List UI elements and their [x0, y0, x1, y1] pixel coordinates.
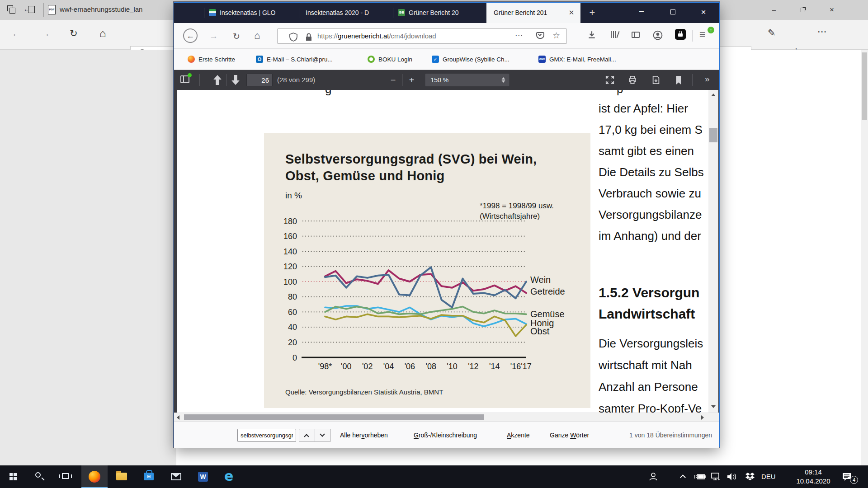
scroll-right-arrow[interactable] [701, 415, 704, 420]
bookmark-groupwise[interactable]: GroupWise (Sybille Ch... [443, 56, 509, 63]
zoom-out-button[interactable]: − [384, 75, 402, 85]
more-tools-icon[interactable]: » [705, 74, 710, 84]
new-tab-button[interactable]: + [585, 6, 600, 20]
svg-text:'10: '10 [447, 362, 457, 371]
tab-title: Grüner Bericht 201 [494, 9, 547, 16]
firefox-titlebar: Insektenatlas | GLO Insektenatlas 2020 -… [174, 3, 719, 23]
bookmark-email[interactable]: E-Mail – S.Chiari@pru... [267, 56, 333, 63]
match-case-button[interactable]: Groß-/Kleinschreibung [414, 432, 477, 439]
window-maximize-button[interactable] [659, 3, 686, 22]
taskbar-edge-button[interactable]: e [217, 465, 243, 488]
start-button[interactable] [0, 465, 26, 488]
match-diacritics-button[interactable]: Akzente [507, 432, 530, 439]
account-icon[interactable] [653, 30, 663, 40]
lock-icon[interactable] [306, 33, 312, 41]
taskbar-word-button[interactable]: W [190, 465, 216, 488]
show-hidden-icons-chevron[interactable] [680, 474, 686, 480]
firefox-window: Insektenatlas | GLO Insektenatlas 2020 -… [174, 2, 720, 447]
pocket-icon[interactable] [536, 32, 544, 39]
screen: ← PDF wwf-ernaehrungsstudie_lan – × ← → … [0, 0, 868, 488]
urlbar[interactable]: https://gruenerbericht.at/cm4/jdownload … [277, 28, 567, 44]
volume-tray-icon[interactable] [724, 465, 740, 488]
presentation-mode-icon[interactable] [605, 75, 614, 84]
taskbar-mail-button[interactable] [163, 465, 189, 488]
dropbox-tray-icon[interactable] [742, 465, 758, 488]
pdf-text-line: samter Pro-Kopf-Ve [599, 402, 702, 413]
edge-forward-icon[interactable]: → [41, 28, 50, 39]
scroll-left-arrow[interactable] [177, 415, 179, 420]
library-icon[interactable] [611, 31, 620, 40]
vertical-scrollbar[interactable] [708, 90, 718, 413]
edge-home-icon[interactable]: ⌂ [99, 27, 106, 40]
bookmark-erste-schritte[interactable]: Erste Schritte [198, 56, 235, 63]
edge-annotate-pen-icon[interactable]: ✎ [768, 28, 776, 38]
scroll-up-arrow[interactable] [711, 94, 716, 96]
edge-tab-title[interactable]: wwf-ernaehrungsstudie_lan [60, 5, 142, 13]
page-number-input[interactable] [246, 74, 273, 86]
edge-scrollbar-thumb[interactable] [862, 52, 867, 120]
forward-button[interactable]: → [209, 31, 218, 41]
people-button[interactable] [646, 465, 661, 488]
taskbar-store-button[interactable]: ⊞ [136, 465, 162, 488]
extension-lock-icon[interactable] [675, 29, 686, 40]
edge-reload-icon[interactable]: ↻ [70, 28, 78, 39]
tab-preview-icon-2[interactable] [9, 8, 15, 14]
page-actions-icon[interactable]: ⋯ [515, 31, 523, 40]
zoom-in-button[interactable]: + [403, 75, 421, 85]
previous-page-icon[interactable] [213, 75, 222, 85]
clock[interactable]: 09:14 10.04.2020 [790, 468, 836, 486]
bookmark-star-icon[interactable]: ☆ [552, 30, 560, 41]
window-close-button[interactable]: × [690, 3, 717, 22]
bookmark-ribbon-icon[interactable] [674, 75, 683, 84]
battery-tray-icon[interactable] [693, 465, 708, 488]
tracking-shield-icon[interactable] [289, 33, 297, 42]
taskbar-firefox-button[interactable] [81, 465, 108, 488]
home-button[interactable]: ⌂ [254, 30, 260, 42]
window-minimize-button[interactable]: – [628, 3, 655, 22]
tab-gruener-bericht-active[interactable]: Grüner Bericht 201 ✕ [486, 3, 580, 23]
find-input[interactable] [237, 429, 296, 442]
print-icon[interactable] [628, 75, 637, 84]
task-view-button[interactable] [52, 465, 79, 488]
edge-scrollbar[interactable] [861, 50, 868, 465]
chart-source: Quelle: Versorgungsbilanzen Statistik Au… [285, 388, 443, 396]
find-next-button[interactable] [315, 429, 331, 442]
tab-insektenatlas-global[interactable]: Insektenatlas | GLO [204, 3, 299, 23]
language-indicator[interactable]: DEU [761, 473, 776, 480]
back-button[interactable]: ← [183, 28, 198, 43]
whole-words-button[interactable]: Ganze Wörter [550, 432, 589, 439]
downloads-icon[interactable] [587, 30, 596, 39]
svg-text:'17: '17 [521, 362, 531, 371]
bookmark-boku-login[interactable]: BOKU Login [378, 56, 412, 63]
horizontal-scrollbar[interactable] [174, 413, 719, 422]
pdf-text-line: 17,0 kg bei einem S [599, 123, 703, 137]
menu-hamburger-icon[interactable]: ≡ [699, 28, 705, 41]
sidebars-icon[interactable] [632, 32, 640, 40]
edge-restore-button[interactable] [793, 0, 813, 20]
tab-insektenatlas-2020[interactable]: Insektenatlas 2020 - D [299, 3, 393, 23]
tab-close-icon[interactable]: ✕ [567, 8, 576, 17]
find-previous-button[interactable] [299, 429, 315, 442]
edge-minimize-button[interactable]: – [764, 0, 784, 20]
scroll-down-arrow[interactable] [711, 405, 716, 408]
taskbar-search-button[interactable] [26, 465, 52, 488]
separator [226, 74, 227, 86]
network-tray-icon[interactable] [708, 465, 723, 488]
download-document-icon[interactable] [651, 75, 660, 84]
svg-text:0: 0 [292, 353, 297, 362]
edge-close-button[interactable]: × [822, 0, 842, 20]
edge-back-icon[interactable]: ← [12, 28, 21, 39]
separator [692, 74, 693, 86]
taskbar-explorer-button[interactable] [108, 465, 135, 488]
tab-gruener-bericht[interactable]: GB Grüner Bericht 20 [393, 3, 486, 23]
edge-more-icon[interactable]: ⋯ [817, 26, 827, 37]
bookmark-gmx[interactable]: GMX: E-Mail, FreeMail... [549, 56, 616, 63]
next-page-icon[interactable] [231, 75, 240, 85]
reload-button[interactable]: ↻ [233, 31, 240, 42]
zoom-level-select[interactable]: 150 % [425, 74, 509, 86]
svg-text:'08: '08 [425, 362, 436, 371]
scrollbar-thumb[interactable] [184, 414, 484, 420]
scrollbar-thumb[interactable] [709, 128, 717, 142]
chart-panel: Selbstversorgungsgrad (SVG) bei Wein, Ob… [264, 133, 590, 408]
highlight-all-button[interactable]: Alle hervorheben [340, 432, 388, 439]
